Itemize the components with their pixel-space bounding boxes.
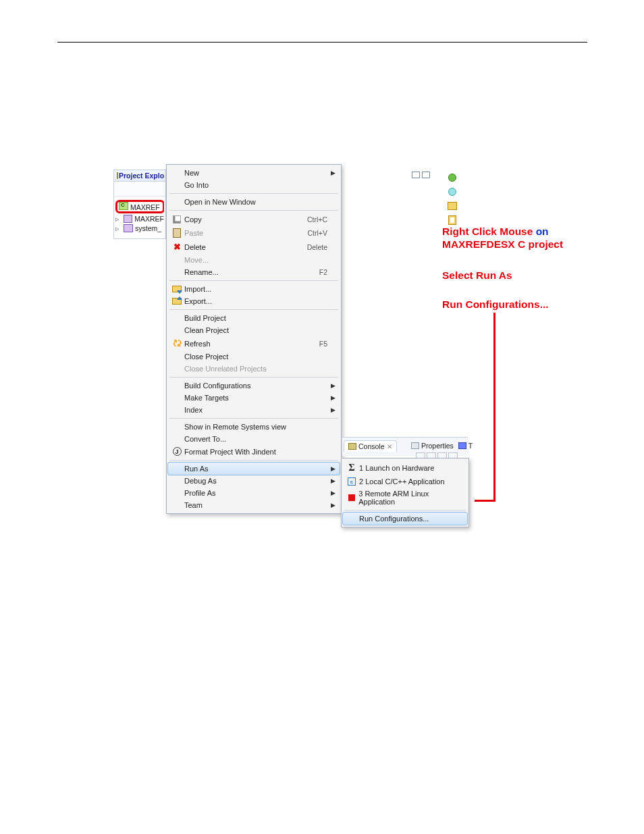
properties-icon [411, 442, 419, 449]
minimize-view-icon[interactable] [412, 172, 420, 178]
separator [169, 193, 338, 194]
import-icon [172, 286, 182, 292]
bookmark-icon [448, 215, 456, 225]
annotation-instruction-1: Right Click Mouse on MAXREFDESX C projec… [442, 225, 563, 251]
tree-item-maxref-selected[interactable]: MAXREF [115, 199, 164, 214]
close-icon[interactable]: ✕ [387, 443, 392, 450]
project-tree: MAXREF ▹ MAXREF ▹ system_ [114, 197, 165, 238]
tree-item-system[interactable]: ▹ system_ [115, 224, 164, 233]
annotation-instruction-3: Run Configurations... [442, 298, 549, 311]
menu-item-close-project[interactable]: Close Project [168, 350, 340, 363]
menu-item-open-new-window[interactable]: Open in New Window [168, 196, 340, 208]
menu-item-export[interactable]: Export... [168, 295, 340, 307]
menu-item-close-unrelated: Close Unrelated Projects [168, 363, 340, 375]
submenu-item-remote-arm-linux[interactable]: 3 Remote ARM Linux Application [343, 488, 467, 508]
tab-label: Console [358, 442, 385, 450]
separator [169, 418, 338, 419]
expand-icon[interactable]: ▹ [115, 215, 122, 223]
screenshot-region: Project Explo MAXREF ▹ MAXREF ▹ system_ [113, 164, 468, 511]
folder-icon [448, 202, 457, 210]
menu-item-import[interactable]: Import... [168, 283, 340, 295]
paste-icon [173, 228, 181, 238]
properties-tab[interactable]: Properties T [407, 440, 477, 451]
submenu-item-launch-on-hardware[interactable]: Σ 1 Launch on Hardware [343, 461, 467, 475]
submenu-label: 3 Remote ARM Linux Application [358, 490, 463, 506]
terminal-icon [458, 442, 466, 449]
project-icon [124, 224, 133, 232]
view-window-controls [409, 172, 430, 178]
jindent-icon: J [173, 447, 182, 456]
submenu-label: 2 Local C/C++ Application [359, 477, 445, 486]
project-explorer-view: Project Explo MAXREF ▹ MAXREF ▹ system_ [113, 170, 166, 239]
c-project-icon [119, 202, 128, 210]
menu-item-format-jindent[interactable]: J Format Project With Jindent [168, 445, 340, 458]
context-menu: New▶ Go Into Open in New Window CopyCtrl… [166, 164, 342, 514]
tab-label: T [468, 442, 473, 450]
menu-item-refresh[interactable]: 🗘 RefreshF5 [168, 336, 340, 350]
menu-item-paste[interactable]: PasteCtrl+V [168, 226, 340, 240]
c-project-icon [124, 215, 133, 223]
maximize-view-icon[interactable] [422, 172, 430, 178]
console-icon [348, 443, 356, 450]
tab-label: Properties [421, 442, 454, 450]
menu-item-team[interactable]: Team▶ [168, 499, 340, 511]
menu-item-new[interactable]: New▶ [168, 167, 340, 179]
menu-item-delete[interactable]: ✖ DeleteDelete [168, 240, 340, 254]
menu-item-debug-as[interactable]: Debug As▶ [168, 475, 340, 487]
arm-icon [348, 494, 355, 501]
refresh-icon: 🗘 [173, 338, 182, 348]
menu-item-go-into[interactable]: Go Into [168, 179, 340, 191]
callout-line [493, 313, 495, 502]
right-trim-bar: Mak [436, 170, 468, 230]
menu-item-profile-as[interactable]: Profile As▶ [168, 487, 340, 499]
annotation-instruction-2: Select Run As [442, 269, 512, 282]
outline-button[interactable] [446, 186, 458, 198]
menu-item-make-targets[interactable]: Make Targets▶ [168, 392, 340, 404]
outline-icon [448, 188, 456, 196]
submenu-item-local-c-app[interactable]: c 2 Local C/C++ Application [343, 475, 467, 488]
copy-icon [173, 215, 181, 224]
folder-view-button[interactable] [446, 200, 458, 212]
menu-item-clean-project[interactable]: Clean Project [168, 324, 340, 336]
submenu-item-run-configurations[interactable]: Run Configurations... [342, 512, 468, 525]
menu-item-copy[interactable]: CopyCtrl+C [168, 213, 340, 226]
separator [169, 460, 338, 461]
make-target-button[interactable]: Mak [446, 172, 458, 184]
target-icon [448, 174, 456, 182]
menu-item-show-remote-systems[interactable]: Show in Remote Systems view [168, 421, 340, 433]
separator [169, 309, 338, 310]
tree-item-label: MAXREF [134, 215, 164, 223]
console-tab[interactable]: Console ✕ [344, 440, 397, 452]
project-explorer-title: Project Explo [119, 172, 164, 180]
export-icon [172, 298, 182, 305]
c-app-icon: c [348, 477, 356, 486]
submenu-label: Run Configurations... [359, 515, 429, 523]
tree-item-label: MAXREF [130, 203, 160, 211]
menu-item-convert-to[interactable]: Convert To... [168, 433, 340, 445]
project-explorer-tab[interactable]: Project Explo [114, 170, 165, 182]
run-as-submenu: Σ 1 Launch on Hardware c 2 Local C/C++ A… [341, 458, 469, 527]
submenu-label: 1 Launch on Hardware [359, 464, 434, 472]
menu-item-build-project[interactable]: Build Project [168, 312, 340, 324]
menu-item-index[interactable]: Index▶ [168, 404, 340, 416]
separator [169, 377, 338, 377]
separator [169, 280, 338, 281]
tree-item-maxref[interactable]: ▹ MAXREF [115, 214, 164, 224]
menu-item-rename[interactable]: Rename...F2 [168, 266, 340, 278]
menu-item-move: Move... [168, 254, 340, 266]
menu-item-build-configurations[interactable]: Build Configurations▶ [168, 380, 340, 392]
menu-item-run-as[interactable]: Run As▶ [167, 462, 340, 475]
tree-item-label: system_ [135, 224, 161, 232]
callout-line [475, 500, 493, 502]
sigma-icon: Σ [348, 463, 354, 473]
separator [169, 210, 338, 211]
explorer-toolbar [114, 182, 165, 197]
separator [344, 510, 466, 511]
delete-icon: ✖ [173, 242, 181, 252]
expand-icon[interactable]: ▹ [115, 224, 122, 232]
page-rule [57, 42, 587, 43]
